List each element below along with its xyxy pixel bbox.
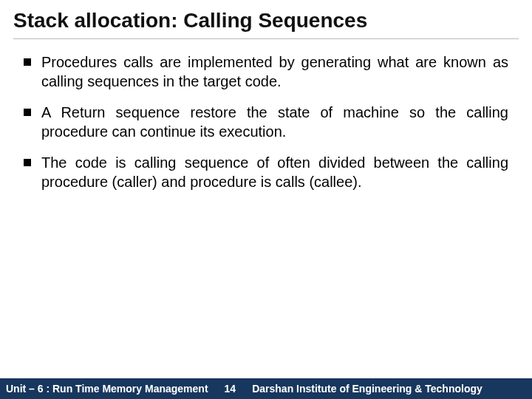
bullet-text: Procedures calls are implemented by gene… — [41, 52, 508, 91]
bullet-item: The code is calling sequence of often di… — [24, 153, 508, 191]
slide-title: Stack allocation: Calling Sequences — [13, 9, 519, 33]
footer-page-number: 14 — [225, 383, 236, 395]
bullet-item: A Return sequence restore the state of m… — [24, 103, 508, 141]
slide: Stack allocation: Calling Sequences Proc… — [0, 0, 532, 399]
bullet-text: A Return sequence restore the state of m… — [41, 103, 508, 141]
footer-bar: Unit – 6 : Run Time Memory Management 14… — [0, 378, 532, 399]
bullet-marker-icon — [24, 109, 31, 116]
footer-unit: Unit – 6 : Run Time Memory Management — [6, 383, 208, 395]
bullet-marker-icon — [24, 58, 31, 66]
bullet-item: Procedures calls are implemented by gene… — [24, 52, 508, 91]
slide-body: Procedures calls are implemented by gene… — [0, 45, 532, 399]
footer-institute: Darshan Institute of Engineering & Techn… — [252, 383, 526, 395]
title-block: Stack allocation: Calling Sequences — [0, 0, 532, 45]
bullet-text: The code is calling sequence of often di… — [41, 153, 508, 191]
bullet-marker-icon — [24, 159, 31, 166]
title-divider — [13, 38, 519, 39]
